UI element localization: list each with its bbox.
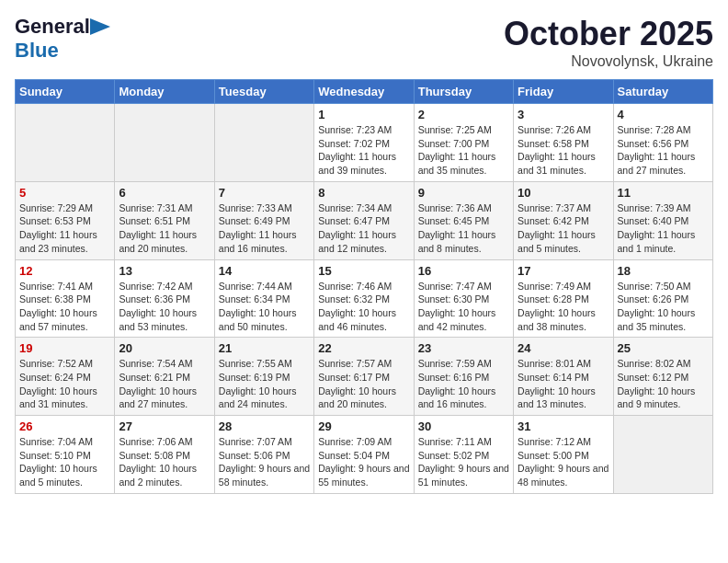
calendar-cell: [16, 104, 115, 182]
day-info: Sunrise: 7:23 AMSunset: 7:02 PMDaylight:…: [318, 123, 409, 178]
calendar-cell: 8Sunrise: 7:34 AMSunset: 6:47 PMDaylight…: [314, 181, 414, 259]
day-info: Sunrise: 7:44 AMSunset: 6:34 PMDaylight:…: [219, 280, 310, 334]
day-info: Sunrise: 7:36 AMSunset: 6:45 PMDaylight:…: [418, 201, 509, 256]
calendar-cell: 21Sunrise: 7:55 AMSunset: 6:19 PMDayligh…: [214, 338, 313, 416]
calendar-cell: [613, 416, 712, 494]
calendar-cell: 30Sunrise: 7:11 AMSunset: 5:02 PMDayligh…: [414, 416, 513, 494]
day-info: Sunrise: 7:28 AMSunset: 6:56 PMDaylight:…: [618, 123, 709, 178]
day-info: Sunrise: 7:29 AMSunset: 6:53 PMDaylight:…: [19, 201, 110, 256]
day-number: 24: [518, 341, 609, 355]
calendar-cell: 3Sunrise: 7:26 AMSunset: 6:58 PMDaylight…: [514, 104, 613, 182]
day-number: 29: [318, 419, 409, 433]
day-info: Sunrise: 7:11 AMSunset: 5:02 PMDaylight:…: [418, 435, 509, 489]
calendar-cell: 31Sunrise: 7:12 AMSunset: 5:00 PMDayligh…: [514, 416, 613, 494]
calendar-cell: 23Sunrise: 7:59 AMSunset: 6:16 PMDayligh…: [414, 338, 513, 416]
day-info: Sunrise: 7:26 AMSunset: 6:58 PMDaylight:…: [518, 123, 609, 178]
day-number: 26: [19, 419, 110, 433]
calendar-cell: 13Sunrise: 7:42 AMSunset: 6:36 PMDayligh…: [115, 259, 214, 338]
weekday-header-saturday: Saturday: [613, 80, 712, 104]
day-info: Sunrise: 7:12 AMSunset: 5:00 PMDaylight:…: [518, 435, 609, 489]
calendar-cell: 2Sunrise: 7:25 AMSunset: 7:00 PMDaylight…: [414, 104, 513, 182]
weekday-header-monday: Monday: [115, 80, 214, 104]
calendar-cell: 24Sunrise: 8:01 AMSunset: 6:14 PMDayligh…: [514, 338, 613, 416]
day-info: Sunrise: 7:52 AMSunset: 6:24 PMDaylight:…: [19, 357, 110, 411]
weekday-header-row: SundayMondayTuesdayWednesdayThursdayFrid…: [16, 80, 713, 104]
day-number: 23: [418, 341, 509, 355]
month-title: October 2025: [504, 15, 713, 53]
logo-arrow-icon: [90, 18, 110, 35]
calendar-cell: 4Sunrise: 7:28 AMSunset: 6:56 PMDaylight…: [613, 104, 712, 182]
calendar-cell: 20Sunrise: 7:54 AMSunset: 6:21 PMDayligh…: [115, 338, 214, 416]
day-number: 3: [518, 108, 609, 121]
day-info: Sunrise: 7:09 AMSunset: 5:04 PMDaylight:…: [318, 435, 409, 489]
location: Novovolynsk, Ukraine: [504, 53, 713, 70]
calendar-cell: 18Sunrise: 7:50 AMSunset: 6:26 PMDayligh…: [613, 259, 712, 338]
day-number: 11: [618, 186, 709, 200]
weekday-header-thursday: Thursday: [414, 80, 513, 104]
day-number: 17: [518, 264, 609, 278]
title-area: October 2025 Novovolynsk, Ukraine: [504, 15, 713, 70]
day-number: 16: [418, 264, 509, 278]
day-info: Sunrise: 7:59 AMSunset: 6:16 PMDaylight:…: [418, 357, 509, 411]
day-info: Sunrise: 7:41 AMSunset: 6:38 PMDaylight:…: [19, 280, 110, 334]
day-info: Sunrise: 7:50 AMSunset: 6:26 PMDaylight:…: [618, 280, 709, 334]
day-number: 12: [19, 264, 110, 278]
weekday-header-wednesday: Wednesday: [314, 80, 414, 104]
day-info: Sunrise: 7:25 AMSunset: 7:00 PMDaylight:…: [418, 123, 509, 178]
day-number: 20: [119, 341, 210, 355]
day-number: 8: [318, 186, 409, 200]
calendar-cell: [115, 104, 214, 182]
calendar-cell: 5Sunrise: 7:29 AMSunset: 6:53 PMDaylight…: [16, 181, 115, 259]
day-number: 30: [418, 419, 509, 433]
day-info: Sunrise: 8:01 AMSunset: 6:14 PMDaylight:…: [518, 357, 609, 411]
calendar-cell: 16Sunrise: 7:47 AMSunset: 6:30 PMDayligh…: [414, 259, 513, 338]
day-number: 14: [219, 264, 310, 278]
calendar-cell: [214, 104, 313, 182]
day-info: Sunrise: 7:37 AMSunset: 6:42 PMDaylight:…: [518, 201, 609, 256]
day-number: 28: [219, 419, 310, 433]
calendar-week-row: 12Sunrise: 7:41 AMSunset: 6:38 PMDayligh…: [16, 259, 713, 338]
page-header: General Blue October 2025 Novovolynsk, U…: [15, 15, 713, 70]
day-info: Sunrise: 7:06 AMSunset: 5:08 PMDaylight:…: [119, 435, 210, 489]
day-info: Sunrise: 7:54 AMSunset: 6:21 PMDaylight:…: [119, 357, 210, 411]
calendar-cell: 10Sunrise: 7:37 AMSunset: 6:42 PMDayligh…: [514, 181, 613, 259]
calendar-cell: 27Sunrise: 7:06 AMSunset: 5:08 PMDayligh…: [115, 416, 214, 494]
day-number: 2: [418, 108, 509, 121]
day-number: 19: [19, 341, 110, 355]
day-info: Sunrise: 7:57 AMSunset: 6:17 PMDaylight:…: [318, 357, 409, 411]
calendar-week-row: 1Sunrise: 7:23 AMSunset: 7:02 PMDaylight…: [16, 104, 713, 182]
calendar-cell: 11Sunrise: 7:39 AMSunset: 6:40 PMDayligh…: [613, 181, 712, 259]
day-number: 27: [119, 419, 210, 433]
day-number: 25: [618, 341, 709, 355]
calendar-cell: 14Sunrise: 7:44 AMSunset: 6:34 PMDayligh…: [214, 259, 313, 338]
day-info: Sunrise: 7:31 AMSunset: 6:51 PMDaylight:…: [119, 201, 210, 256]
day-number: 15: [318, 264, 409, 278]
day-info: Sunrise: 7:04 AMSunset: 5:10 PMDaylight:…: [19, 435, 110, 489]
day-number: 10: [518, 186, 609, 200]
calendar-week-row: 19Sunrise: 7:52 AMSunset: 6:24 PMDayligh…: [16, 338, 713, 416]
calendar-week-row: 26Sunrise: 7:04 AMSunset: 5:10 PMDayligh…: [16, 416, 713, 494]
day-number: 5: [19, 186, 110, 200]
logo-text-blue: Blue: [15, 39, 59, 63]
weekday-header-tuesday: Tuesday: [214, 80, 313, 104]
day-info: Sunrise: 7:07 AMSunset: 5:06 PMDaylight:…: [219, 435, 310, 489]
calendar-table: SundayMondayTuesdayWednesdayThursdayFrid…: [15, 79, 713, 494]
logo-text-general: General: [15, 15, 90, 39]
calendar-cell: 12Sunrise: 7:41 AMSunset: 6:38 PMDayligh…: [16, 259, 115, 338]
calendar-cell: 7Sunrise: 7:33 AMSunset: 6:49 PMDaylight…: [214, 181, 313, 259]
calendar-week-row: 5Sunrise: 7:29 AMSunset: 6:53 PMDaylight…: [16, 181, 713, 259]
calendar-cell: 25Sunrise: 8:02 AMSunset: 6:12 PMDayligh…: [613, 338, 712, 416]
day-info: Sunrise: 7:42 AMSunset: 6:36 PMDaylight:…: [119, 280, 210, 334]
day-number: 13: [119, 264, 210, 278]
calendar-cell: 22Sunrise: 7:57 AMSunset: 6:17 PMDayligh…: [314, 338, 414, 416]
logo: General Blue: [15, 15, 110, 63]
calendar-cell: 28Sunrise: 7:07 AMSunset: 5:06 PMDayligh…: [214, 416, 313, 494]
day-info: Sunrise: 8:02 AMSunset: 6:12 PMDaylight:…: [618, 357, 709, 411]
day-number: 9: [418, 186, 509, 200]
day-info: Sunrise: 7:33 AMSunset: 6:49 PMDaylight:…: [219, 201, 310, 256]
day-number: 22: [318, 341, 409, 355]
day-number: 21: [219, 341, 310, 355]
calendar-cell: 17Sunrise: 7:49 AMSunset: 6:28 PMDayligh…: [514, 259, 613, 338]
day-number: 4: [618, 108, 709, 121]
day-info: Sunrise: 7:46 AMSunset: 6:32 PMDaylight:…: [318, 280, 409, 334]
